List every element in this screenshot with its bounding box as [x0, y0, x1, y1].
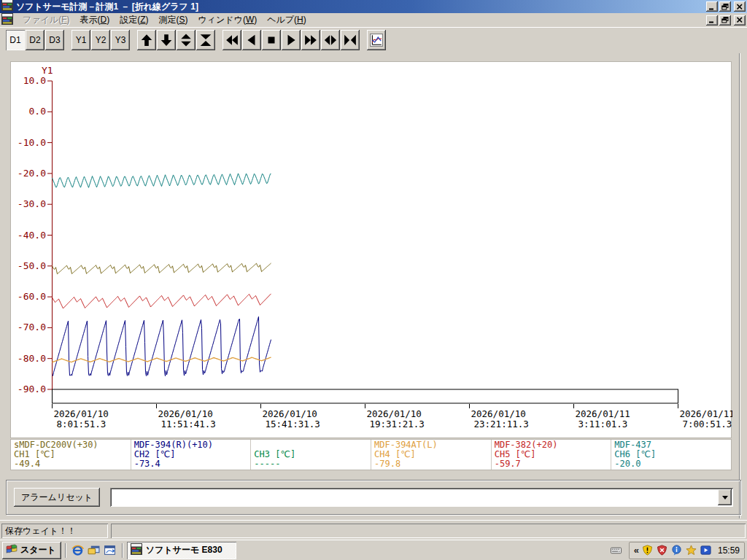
y1-button[interactable]: Y1 [71, 30, 90, 50]
mdi-close-button[interactable] [734, 15, 746, 26]
titlebar: ソフトサーモ計測－計測1 － [折れ線グラフ 1] [0, 0, 747, 13]
stop-button[interactable] [262, 30, 281, 50]
graph-icon [370, 34, 383, 47]
legend-current-value: -73.4 [134, 459, 248, 469]
toolbar-separator [131, 30, 137, 50]
start-button[interactable]: スタート [2, 542, 61, 559]
x-axis-time-label: 11:51:41.3 [161, 419, 216, 429]
security-error-shield-icon[interactable] [657, 545, 668, 556]
rewind-button[interactable] [222, 30, 241, 50]
collapse-vertical-icon [199, 34, 212, 47]
legend: sMDF-DC200V(+30)CH1 [℃]-49.4MDF-394(R)(+… [10, 439, 732, 470]
alarm-combobox[interactable] [110, 488, 733, 507]
y-axis-tick-label: 0.0 [29, 106, 46, 117]
d3-button[interactable]: D3 [45, 30, 64, 50]
info-balloon-icon[interactable] [671, 545, 683, 556]
scroll-up-button[interactable] [137, 30, 156, 50]
task-app-icon [131, 543, 142, 557]
x-axis-time-label: 8:01:51.3 [57, 419, 107, 429]
x-axis-time-label: 3:11:01.3 [578, 419, 628, 429]
taskbar-separator-2 [122, 543, 123, 558]
d2-button[interactable]: D2 [26, 30, 44, 50]
media-player-icon[interactable] [700, 545, 712, 556]
scroll-down-button[interactable] [157, 30, 176, 50]
taskbar: スタート ソフトサーモ E830 « [0, 540, 747, 560]
series-line-CH1 [53, 263, 271, 274]
y-axis-tick-label: -30.0 [18, 198, 46, 209]
statusbar: 保存ウェイト！！ [0, 520, 747, 540]
update-star-icon[interactable] [686, 545, 697, 556]
task-button-softthermo[interactable]: ソフトサーモ E830 [127, 542, 236, 559]
status-message: 保存ウェイト！！ [1, 524, 108, 538]
rewind-icon [225, 34, 239, 47]
expand-horizontal-button[interactable] [321, 30, 340, 50]
step-left-button[interactable] [242, 30, 261, 50]
y-axis-tick-label: -20.0 [18, 168, 46, 179]
browser-window-icon[interactable] [102, 542, 118, 559]
mdi-minimize-button[interactable] [706, 15, 718, 26]
menu-測定(S)[interactable]: 測定(S) [153, 12, 193, 28]
arrow-up-icon [140, 34, 153, 47]
show-desktop-icon[interactable] [86, 542, 102, 559]
y2-button[interactable]: Y2 [91, 30, 110, 50]
internet-explorer-icon[interactable] [70, 542, 86, 559]
toolbar-separator [65, 30, 71, 50]
legend-current-value: -49.4 [14, 459, 128, 469]
legend-cell-CH5: MDF-382(+20)CH5 [℃]-59.7 [491, 440, 611, 470]
restore-button[interactable] [719, 1, 731, 12]
x-axis-time-label: 7:00:51.3 [683, 419, 732, 429]
mdi-window-buttons [705, 15, 746, 26]
task-button-label: ソフトサーモ E830 [146, 544, 222, 556]
expand-vertical-button[interactable] [177, 30, 196, 50]
line-chart: Y110.00.0-10.0-20.0-30.0-40.0-50.0-60.0-… [11, 62, 732, 439]
app-icon [1, 0, 13, 14]
start-button-label: スタート [20, 544, 56, 556]
legend-current-value: -79.8 [374, 459, 488, 469]
graph-view-button[interactable] [367, 30, 386, 50]
collapse-horizontal-button[interactable] [341, 30, 360, 50]
minimize-button[interactable] [706, 1, 718, 12]
x-axis-date-label: 2026/01/10 [54, 408, 109, 419]
alarm-panel: アラームリセット [6, 480, 741, 515]
toolbar-separator [360, 30, 367, 50]
alarm-combobox-input[interactable] [112, 489, 717, 505]
x-axis-date-label: 2026/01/10 [158, 408, 213, 419]
tray-collapse-chevron[interactable]: « [634, 545, 639, 556]
combobox-dropdown-button[interactable] [718, 489, 732, 505]
forward-button[interactable] [301, 30, 320, 50]
alarm-reset-button[interactable]: アラームリセット [14, 488, 100, 507]
legend-current-value: ----- [254, 459, 368, 469]
step-right-button[interactable] [282, 30, 301, 50]
y-axis-tick-label: -70.0 [18, 322, 46, 332]
y3-button[interactable]: Y3 [111, 30, 130, 50]
series-line-CH6 [53, 174, 271, 187]
menu-ファイル(F): ファイル(F) [18, 12, 74, 28]
tray-icons-box: « 15:59 [629, 542, 745, 559]
collapse-vertical-button[interactable] [196, 30, 215, 50]
legend-cell-CH4: MDF-394AT(L)CH4 [℃]-79.8 [371, 440, 491, 470]
x-axis-time-label: 23:21:11.3 [474, 419, 529, 429]
forward-icon [304, 34, 317, 47]
menu-items: ファイル(F)表示(D)設定(Z)測定(S)ウィンドウ(W)ヘルプ(H) [18, 12, 311, 28]
stop-icon [265, 34, 278, 47]
chevron-down-icon [722, 496, 728, 499]
menu-表示(D)[interactable]: 表示(D) [74, 12, 115, 28]
menu-ウィンドウ(W)[interactable]: ウィンドウ(W) [193, 12, 263, 28]
arrow-down-icon [160, 34, 173, 47]
security-warning-shield-icon[interactable] [642, 545, 654, 556]
d1-button[interactable]: D1 [6, 30, 25, 50]
x-axis-time-label: 15:41:31.3 [266, 419, 320, 429]
taskbar-clock: 15:59 [718, 545, 740, 556]
close-button[interactable] [734, 1, 746, 12]
y-axis-tick-label: -40.0 [18, 230, 46, 241]
menu-ヘルプ(H)[interactable]: ヘルプ(H) [262, 12, 311, 28]
keyboard-layout-icon[interactable] [607, 542, 626, 559]
line-chart-panel: Y110.00.0-10.0-20.0-30.0-40.0-50.0-60.0-… [10, 61, 732, 438]
mdi-restore-button[interactable] [719, 15, 731, 26]
x-axis-date-label: 2026/01/10 [367, 408, 422, 419]
menu-設定(Z)[interactable]: 設定(Z) [115, 12, 153, 28]
x-range-box[interactable] [53, 389, 678, 403]
system-tray: « 15:59 [607, 542, 745, 559]
x-axis-date-label: 2026/01/10 [263, 408, 317, 419]
expand-horizontal-icon [324, 34, 337, 47]
